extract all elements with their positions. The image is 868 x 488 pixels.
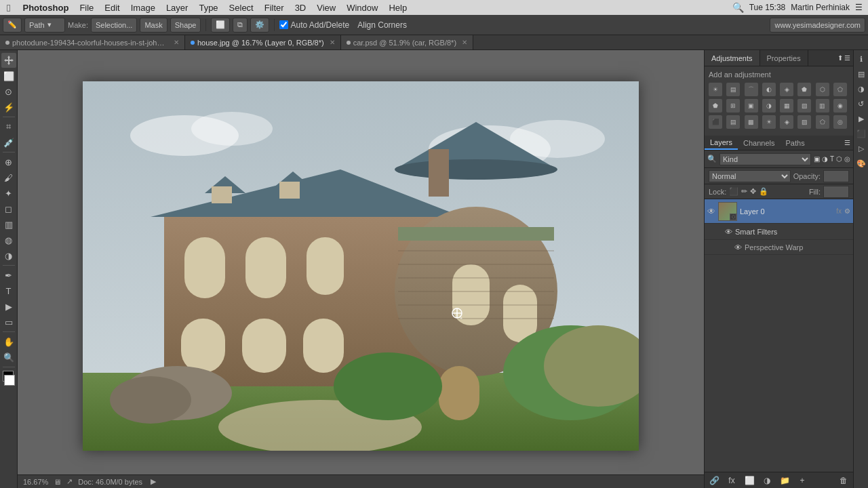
transform-btn[interactable]: ⬜ — [211, 18, 230, 33]
magic-wand-tool[interactable]: ⚡ — [1, 100, 16, 115]
window-menu[interactable]: Window — [341, 0, 383, 15]
adjustment-filter-icon[interactable]: ◑ — [822, 155, 828, 163]
delete-layer-btn[interactable]: 🗑 — [837, 474, 850, 487]
color-lookup-adj[interactable]: ▣ — [745, 99, 758, 113]
link-layers-btn[interactable]: 🔗 — [707, 474, 721, 487]
zoom-tool[interactable]: 🔍 — [1, 350, 16, 365]
filter-menu[interactable]: Filter — [259, 0, 290, 15]
settings-btn[interactable]: ⚙️ — [250, 18, 269, 33]
color-balance-adj[interactable]: ⬡ — [816, 83, 829, 96]
filter-kind-select[interactable]: Kind — [719, 153, 811, 165]
fill-input[interactable]: 100% — [823, 186, 849, 198]
play-panel-btn[interactable]: ▷ — [855, 142, 867, 155]
lock-all-icon[interactable]: 🔒 — [759, 187, 768, 196]
tab-photodune[interactable]: photodune-199434-colorful-houses-in-st-j… — [0, 35, 185, 50]
selective-color-adj[interactable]: ◉ — [833, 99, 847, 113]
add-layer-style-btn[interactable]: fx — [725, 474, 738, 487]
dodge-tool[interactable]: ◑ — [1, 248, 16, 263]
table-panel-btn[interactable]: ⬛ — [855, 127, 867, 140]
layer-0-item[interactable]: 👁 ⬡ Layer 0 fx ⚙ — [705, 199, 853, 224]
brightness2-adj[interactable]: ☀ — [762, 115, 776, 129]
panel-menu-icon[interactable]: ☰ — [844, 54, 850, 62]
brightness-contrast-adj[interactable]: ☀ — [709, 83, 722, 96]
file-menu[interactable]: File — [74, 0, 99, 15]
smart-filters-vis-icon[interactable]: 👁 — [725, 228, 732, 236]
eyedropper-tool[interactable]: 💉 — [1, 135, 16, 150]
help-menu[interactable]: Help — [383, 0, 412, 15]
align-corners-label[interactable]: Align Corners — [357, 20, 407, 30]
lock-pixels-icon[interactable]: ✏ — [741, 187, 747, 196]
extra-info-icon[interactable]: ↗ — [66, 477, 73, 486]
adjustments-tab[interactable]: Adjustments — [705, 50, 760, 66]
solid-color-adj[interactable]: ⬛ — [709, 115, 722, 129]
tab-car[interactable]: car.psd @ 51.9% (car, RGB/8*) ✕ — [341, 35, 473, 50]
gradient-tool[interactable]: ▥ — [1, 217, 16, 232]
tab-close-icon[interactable]: ✕ — [174, 39, 179, 46]
curves-adj[interactable]: ⌒ — [745, 83, 758, 96]
levels-adj[interactable]: ▤ — [726, 83, 740, 96]
posterize-adj[interactable]: ▦ — [780, 99, 793, 113]
vibrance-adj[interactable]: ◈ — [780, 83, 793, 96]
color-swatch-btn[interactable]: 🎨 — [855, 157, 867, 169]
exposure-adj[interactable]: ◐ — [762, 83, 776, 96]
invert-adj[interactable]: ◑ — [762, 99, 776, 113]
crop-tool[interactable]: ⌗ — [1, 119, 16, 134]
path-select-tool[interactable]: ▶ — [1, 299, 16, 314]
adjustments-panel-btn[interactable]: ◑ — [855, 83, 867, 95]
healing-tool[interactable]: ⊕ — [1, 155, 16, 169]
hue-sat-adj[interactable]: ⬟ — [797, 83, 811, 96]
search-icon[interactable]: 🔍 — [732, 2, 744, 13]
eraser-tool[interactable]: ◻ — [1, 201, 16, 216]
channel-mixer-adj[interactable]: ⊞ — [726, 99, 740, 113]
tab-close-icon[interactable]: ✕ — [462, 39, 467, 46]
tool-selector[interactable]: ✏️ — [3, 18, 22, 33]
lasso-tool[interactable]: ⊙ — [1, 84, 16, 99]
warp-btn[interactable]: ⧉ — [233, 18, 248, 33]
blend-mode-select[interactable]: Normal — [709, 170, 791, 182]
blur-tool[interactable]: ◍ — [1, 232, 16, 247]
foreground-color[interactable] — [1, 371, 16, 386]
pixel-filter-icon[interactable]: ▣ — [814, 155, 820, 163]
panel-collapse-icon[interactable]: ⬆ — [837, 54, 843, 62]
rect-marquee-tool[interactable]: ⬜ — [1, 68, 16, 83]
select-menu[interactable]: Select — [224, 0, 259, 15]
threshold-adj[interactable]: ▧ — [797, 99, 811, 113]
brush-tool[interactable]: 🖌 — [1, 170, 16, 185]
selection-button[interactable]: Selection... — [91, 18, 137, 33]
type-menu[interactable]: Type — [193, 0, 223, 15]
image-menu[interactable]: Image — [125, 0, 161, 15]
mask-button[interactable]: Mask — [140, 18, 167, 33]
lock-position-icon[interactable]: ✥ — [750, 187, 756, 196]
tab-close-icon[interactable]: ✕ — [330, 39, 335, 46]
new-adjustment-btn[interactable]: ◑ — [760, 474, 774, 487]
type-filter-icon[interactable]: T — [830, 155, 834, 163]
extra-adj-5[interactable]: ◈ — [780, 115, 793, 129]
add-mask-btn[interactable]: ⬜ — [743, 474, 756, 487]
perspective-warp-item[interactable]: 👁 Perspective Warp — [705, 240, 853, 255]
layer-0-options-icon[interactable]: ⚙ — [844, 207, 850, 215]
shape-tool[interactable]: ▭ — [1, 314, 16, 329]
gradient-fill-adj[interactable]: ▤ — [726, 115, 740, 129]
paths-tab[interactable]: Paths — [781, 136, 810, 150]
perspective-warp-vis-icon[interactable]: 👁 — [734, 243, 742, 251]
photo-filter-adj[interactable]: ⬟ — [709, 99, 722, 113]
pen-tool[interactable]: ✒ — [1, 268, 16, 283]
apple-menu[interactable]:  — [0, 2, 17, 14]
layers-panel-btn[interactable]: ▤ — [855, 68, 867, 80]
photoshop-menu[interactable]: Photoshop — [17, 0, 74, 15]
properties-tab[interactable]: Properties — [760, 50, 808, 66]
lock-transparent-icon[interactable]: ⬛ — [729, 187, 738, 196]
pattern-fill-adj[interactable]: ▩ — [745, 115, 758, 129]
layers-panel-menu-icon[interactable]: ☰ — [844, 139, 850, 146]
type-tool[interactable]: T — [1, 283, 16, 298]
3d-menu[interactable]: 3D — [290, 0, 312, 15]
smartobj-filter-icon[interactable]: ◎ — [844, 155, 850, 163]
tab-house[interactable]: house.jpg @ 16.7% (Layer 0, RGB/8*) ✕ — [185, 35, 341, 50]
play-action-btn[interactable]: ▶ — [151, 477, 156, 486]
smart-filters-item[interactable]: 👁 Smart Filters — [705, 224, 853, 240]
history-panel-btn[interactable]: ↺ — [855, 98, 867, 110]
edit-menu[interactable]: Edit — [99, 0, 125, 15]
move-tool[interactable] — [1, 53, 16, 68]
gradient-map-adj[interactable]: ▥ — [816, 99, 829, 113]
extra-adj-7[interactable]: ⬠ — [816, 115, 829, 129]
